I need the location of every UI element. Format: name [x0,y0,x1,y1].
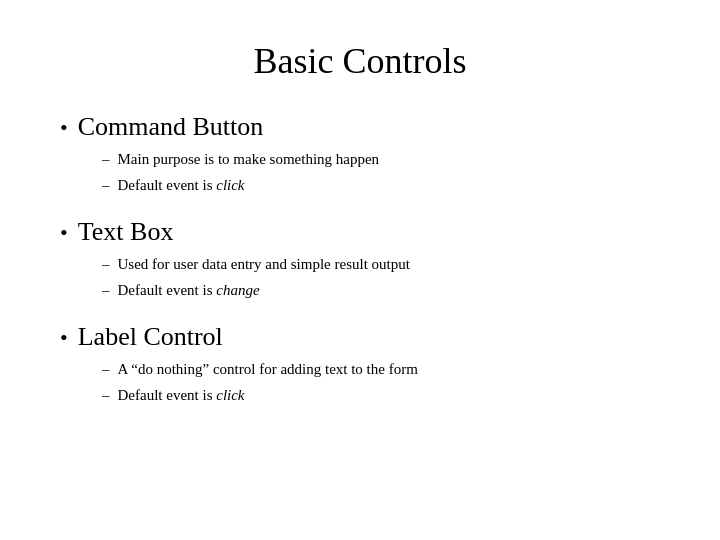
sub-bullets-command-button: – Main purpose is to make something happ… [102,148,660,196]
sub-bullets-text-box: – Used for user data entry and simple re… [102,253,660,301]
section-text-box: • Text Box – Used for user data entry an… [60,217,660,304]
sub-bullet-cb-1: – Main purpose is to make something happ… [102,148,660,171]
slide: Basic Controls • Command Button – Main p… [0,0,720,540]
heading-command-button: Command Button [78,112,264,142]
sub-text-tb-2: Default event is change [118,279,260,302]
sub-bullet-lc-2: – Default event is click [102,384,660,407]
sub-dash: – [102,151,110,168]
sub-dash: – [102,361,110,378]
sub-text-lc-1: A “do nothing” control for adding text t… [118,358,418,381]
italic-click-1: click [216,177,244,193]
bullet-command-button: • Command Button [60,112,660,142]
sub-text-tb-1: Used for user data entry and simple resu… [118,253,410,276]
bullet-label-control: • Label Control [60,322,660,352]
section-label-control: • Label Control – A “do nothing” control… [60,322,660,409]
bullet-dot: • [60,327,68,349]
heading-label-control: Label Control [78,322,223,352]
sub-dash: – [102,177,110,194]
bullet-dot: • [60,117,68,139]
sub-bullets-label-control: – A “do nothing” control for adding text… [102,358,660,406]
heading-text-box: Text Box [78,217,174,247]
italic-change: change [216,282,259,298]
sub-text-cb-2: Default event is click [118,174,245,197]
sub-dash: – [102,282,110,299]
sub-text-cb-1: Main purpose is to make something happen [118,148,380,171]
section-command-button: • Command Button – Main purpose is to ma… [60,112,660,199]
sub-dash: – [102,387,110,404]
sub-bullet-tb-2: – Default event is change [102,279,660,302]
sub-bullet-lc-1: – A “do nothing” control for adding text… [102,358,660,381]
slide-title: Basic Controls [60,40,660,82]
sub-bullet-tb-1: – Used for user data entry and simple re… [102,253,660,276]
sub-dash: – [102,256,110,273]
bullet-text-box: • Text Box [60,217,660,247]
sub-text-lc-2: Default event is click [118,384,245,407]
bullet-dot: • [60,222,68,244]
sub-bullet-cb-2: – Default event is click [102,174,660,197]
italic-click-2: click [216,387,244,403]
